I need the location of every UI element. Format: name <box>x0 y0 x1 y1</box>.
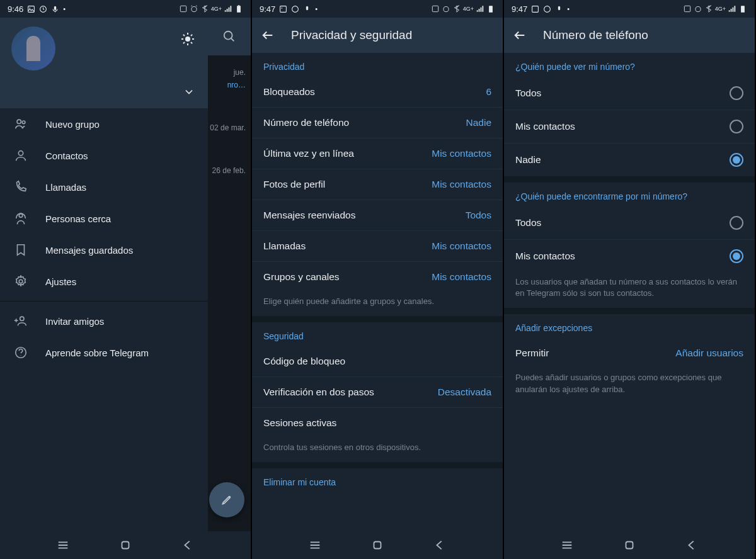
chat-search-area[interactable] <box>208 18 251 55</box>
home-icon[interactable] <box>118 538 132 552</box>
svg-rect-6 <box>237 6 241 12</box>
back-arrow-icon[interactable] <box>513 28 527 42</box>
home-icon[interactable] <box>622 538 636 552</box>
navigation-drawer: Nuevo grupo Contactos Llamadas Personas … <box>0 18 208 531</box>
section-privacy-header: Privacidad <box>252 53 503 77</box>
bookmark-icon <box>14 243 28 257</box>
svg-point-19 <box>282 8 283 9</box>
svg-point-15 <box>20 317 24 320</box>
svg-rect-21 <box>306 6 308 10</box>
theme-toggle[interactable] <box>180 31 195 49</box>
svg-rect-28 <box>558 6 560 10</box>
svg-rect-22 <box>432 6 438 11</box>
svg-rect-3 <box>54 6 56 10</box>
privacy-hint: Elige quién puede añadirte a grupos y ca… <box>252 292 503 316</box>
drawer-item-label: Llamadas <box>45 182 86 193</box>
signal-icon <box>728 4 736 13</box>
recents-icon[interactable] <box>56 538 70 552</box>
q2-hint: Los usuarios que añadan tu número a sus … <box>504 273 755 308</box>
status-time: 9:46 <box>8 4 23 14</box>
account-switcher[interactable] <box>183 86 195 101</box>
drawer-item-saved[interactable]: Mensajes guardados <box>0 234 208 266</box>
row-allow[interactable]: PermitirAñadir usuarios <box>504 338 755 368</box>
compose-fab[interactable] <box>209 482 244 517</box>
recents-icon[interactable] <box>308 538 322 552</box>
svg-rect-25 <box>374 542 381 549</box>
sun-icon <box>180 31 195 47</box>
radio-icon <box>730 153 743 167</box>
alarm-icon <box>442 4 450 13</box>
image-icon <box>531 5 539 13</box>
row-phone[interactable]: Número de teléfonoNadie <box>252 108 503 138</box>
drawer-item-new-group[interactable]: Nuevo grupo <box>0 108 208 140</box>
radio-everyone[interactable]: Todos <box>504 77 755 110</box>
person-icon <box>14 149 28 162</box>
avatar[interactable] <box>11 26 55 71</box>
svg-rect-17 <box>122 542 129 549</box>
recents-icon[interactable] <box>560 538 574 552</box>
divider <box>0 301 208 302</box>
svg-point-20 <box>292 6 299 12</box>
svg-point-1 <box>30 8 31 9</box>
svg-rect-31 <box>741 6 745 12</box>
row-forwarded[interactable]: Mensajes reenviadosTodos <box>252 200 503 231</box>
drawer-item-calls[interactable]: Llamadas <box>0 171 208 203</box>
location-person-icon <box>14 212 28 225</box>
back-icon[interactable] <box>181 538 195 552</box>
navigation-bar <box>252 531 503 559</box>
screen-drawer: 9:46 • 4G+ jue. nro… 02 de mar. 26 de fe… <box>0 0 251 559</box>
row-lastseen[interactable]: Última vez y en líneaMis contactos <box>252 138 503 169</box>
screen-privacy: 9:47 • 4G+ Privacidad y seguridad Privac… <box>252 0 503 559</box>
row-groups[interactable]: Grupos y canalesMis contactos <box>252 262 503 292</box>
row-calls[interactable]: LlamadasMis contactos <box>252 231 503 262</box>
status-bar: 9:46 • 4G+ <box>0 0 251 18</box>
clock-icon <box>291 5 299 13</box>
radio-nobody[interactable]: Nadie <box>504 144 755 176</box>
svg-rect-18 <box>280 6 287 12</box>
row-passcode[interactable]: Código de bloqueo <box>252 346 503 377</box>
alarm-icon <box>694 4 702 13</box>
radio-contacts[interactable]: Mis contactos <box>504 110 755 144</box>
page-title: Número de teléfono <box>543 28 648 42</box>
section-gap <box>504 308 755 314</box>
bluetooth-icon <box>704 4 713 13</box>
drawer-item-invite[interactable]: Invitar amigos <box>0 305 208 337</box>
drawer-item-settings[interactable]: Ajustes <box>0 266 208 297</box>
image-icon <box>279 5 287 13</box>
section-gap <box>252 316 503 322</box>
gear-icon <box>14 274 28 288</box>
drawer-item-nearby[interactable]: Personas cerca <box>0 203 208 234</box>
svg-point-9 <box>185 37 190 42</box>
battery-icon <box>234 4 243 13</box>
image-icon <box>27 5 35 13</box>
svg-point-5 <box>192 7 197 12</box>
radio-find-contacts[interactable]: Mis contactos <box>504 240 755 273</box>
drawer-item-label: Nuevo grupo <box>45 119 100 130</box>
drawer-item-label: Mensajes guardados <box>45 245 133 256</box>
svg-point-10 <box>17 120 21 123</box>
radio-find-everyone[interactable]: Todos <box>504 206 755 240</box>
signal-icon <box>224 4 232 13</box>
drawer-item-contacts[interactable]: Contactos <box>0 140 208 171</box>
navigation-bar <box>504 531 755 559</box>
drawer-item-label: Invitar amigos <box>45 316 104 327</box>
back-arrow-icon[interactable] <box>261 28 275 42</box>
bluetooth-icon <box>452 4 461 13</box>
row-sessions[interactable]: Sesiones activas <box>252 408 503 438</box>
back-icon[interactable] <box>433 538 447 552</box>
section-gap <box>252 462 503 468</box>
row-blocked[interactable]: Bloqueados6 <box>252 77 503 108</box>
row-photos[interactable]: Fotos de perfilMis contactos <box>252 169 503 200</box>
drawer-item-help[interactable]: Aprende sobre Telegram <box>0 337 208 368</box>
battery-icon <box>486 4 495 13</box>
back-icon[interactable] <box>685 538 699 552</box>
help-icon <box>14 346 28 359</box>
drawer-item-label: Personas cerca <box>45 213 111 224</box>
status-bar: 9:47 • 4G+ <box>504 0 755 18</box>
alarm-icon <box>190 4 198 13</box>
topbar: Privacidad y seguridad <box>252 18 503 53</box>
row-twostep[interactable]: Verificación en dos pasosDesactivada <box>252 377 503 408</box>
home-icon[interactable] <box>370 538 384 552</box>
section-delete-header: Eliminar mi cuenta <box>252 468 503 492</box>
status-bar: 9:47 • 4G+ <box>252 0 503 18</box>
